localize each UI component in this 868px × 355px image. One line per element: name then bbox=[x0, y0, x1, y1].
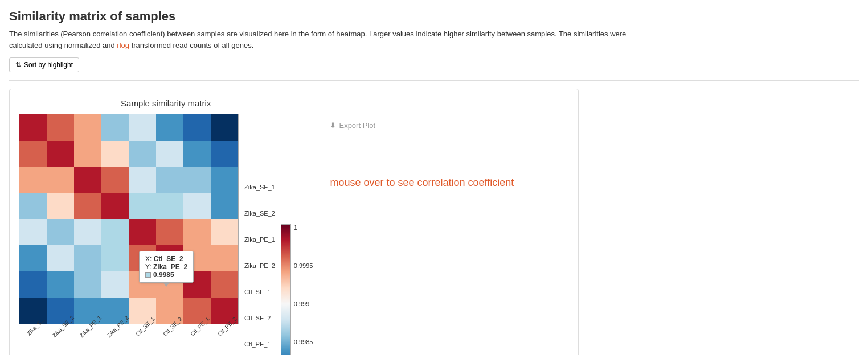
y-axis-label: Zika_SE_2 bbox=[244, 200, 275, 226]
legend-value: 0.9985 bbox=[294, 339, 313, 345]
heatmap-cell[interactable] bbox=[129, 114, 156, 141]
heatmap-cell[interactable] bbox=[47, 271, 74, 298]
heatmap-cell[interactable] bbox=[47, 219, 74, 245]
y-axis-label: Ctl_SE_2 bbox=[244, 305, 275, 331]
heatmap-cell[interactable] bbox=[211, 167, 238, 193]
sort-by-highlight-button[interactable]: ⇅ Sort by highlight bbox=[9, 57, 79, 72]
heatmap-cell[interactable] bbox=[19, 245, 47, 271]
heatmap-cell[interactable] bbox=[183, 167, 211, 193]
y-labels: Zika_SE_1Zika_SE_2Zika_PE_1Zika_PE_2Ctl_… bbox=[244, 174, 275, 355]
heatmap-cell[interactable] bbox=[19, 271, 47, 298]
legend-value: 0.999 bbox=[294, 300, 313, 307]
tooltip-y: Y: Zika_PE_2 bbox=[145, 263, 187, 271]
page-title: Similarity matrix of samples bbox=[9, 9, 859, 24]
heatmap-cell[interactable] bbox=[101, 245, 129, 271]
heatmap-area: Sample similarity matrix X: Ctl_SE_2 Y: … bbox=[19, 98, 313, 355]
tooltip-x: X: Ctl_SE_2 bbox=[145, 255, 187, 263]
heatmap-cell[interactable] bbox=[101, 167, 129, 193]
legend-value: 1 bbox=[294, 224, 313, 231]
heatmap-grid: X: Ctl_SE_2 Y: Zika_PE_2 0.9985 bbox=[19, 114, 239, 324]
heatmap-cell[interactable] bbox=[47, 114, 74, 141]
heatmap-cell[interactable] bbox=[183, 141, 211, 167]
heatmap-cell[interactable] bbox=[156, 193, 183, 219]
legend-value: 0.9995 bbox=[294, 262, 313, 269]
y-axis-label: Zika_PE_2 bbox=[244, 253, 275, 279]
y-axis-label: Zika_PE_1 bbox=[244, 226, 275, 253]
tooltip-x-value: Ctl_SE_2 bbox=[154, 255, 183, 263]
heatmap-cell[interactable] bbox=[183, 193, 211, 219]
tooltip-value: 0.9985 bbox=[145, 271, 187, 279]
tooltip-color-swatch bbox=[145, 272, 151, 278]
heatmap-cell[interactable] bbox=[156, 219, 183, 245]
heatmap-cell[interactable] bbox=[19, 141, 47, 167]
heatmap-cell[interactable] bbox=[211, 193, 238, 219]
rlog-link[interactable]: rlog bbox=[117, 41, 129, 49]
heatmap-cell[interactable] bbox=[47, 167, 74, 193]
heatmap-cell[interactable] bbox=[129, 193, 156, 219]
right-panel: ⬇ Export Plot mouse over to see correlat… bbox=[330, 98, 514, 191]
y-axis-label: Zika_SE_1 bbox=[244, 174, 275, 200]
heatmap-cell[interactable] bbox=[47, 193, 74, 219]
heatmap-cell[interactable] bbox=[74, 271, 101, 298]
heatmap-cell[interactable] bbox=[47, 245, 74, 271]
heatmap-cell[interactable] bbox=[211, 141, 238, 167]
heatmap-cell[interactable] bbox=[19, 114, 47, 141]
y-axis-label: Ctl_SE_1 bbox=[244, 279, 275, 305]
chart-title: Sample similarity matrix bbox=[121, 98, 211, 108]
heatmap-cell[interactable] bbox=[74, 219, 101, 245]
export-plot-button[interactable]: ⬇ Export Plot bbox=[330, 121, 375, 130]
heatmap-cell[interactable] bbox=[101, 114, 129, 141]
heatmap-cell[interactable] bbox=[101, 141, 129, 167]
heatmap-cell[interactable] bbox=[74, 245, 101, 271]
heatmap-cell[interactable] bbox=[183, 114, 211, 141]
tooltip-y-value: Zika_PE_2 bbox=[153, 263, 187, 271]
heatmap-cell[interactable] bbox=[19, 193, 47, 219]
sort-icon: ⇅ bbox=[15, 61, 21, 69]
heatmap-cell[interactable] bbox=[19, 167, 47, 193]
heatmap-cell[interactable] bbox=[129, 141, 156, 167]
legend-labels: 10.99950.9990.99850.998 bbox=[294, 224, 313, 355]
heatmap-cell[interactable] bbox=[211, 219, 238, 245]
heatmap-cell[interactable] bbox=[74, 141, 101, 167]
heatmap-cell[interactable] bbox=[211, 271, 238, 298]
tooltip-number: 0.9985 bbox=[153, 271, 174, 279]
legend-bar bbox=[281, 224, 291, 355]
heatmap-cell[interactable] bbox=[74, 167, 101, 193]
heatmap-cell[interactable] bbox=[101, 271, 129, 298]
export-icon: ⬇ bbox=[330, 121, 336, 130]
heatmap-cell[interactable] bbox=[101, 193, 129, 219]
heatmap-cell[interactable] bbox=[156, 167, 183, 193]
heatmap-cell[interactable] bbox=[47, 141, 74, 167]
heatmap-cell[interactable] bbox=[19, 219, 47, 245]
mouse-over-hint: mouse over to see correlation coefficien… bbox=[330, 175, 514, 191]
x-labels-row: Zika_S...Zika_SE_2Zika_PE_1Zika_PE_2Ctl_… bbox=[20, 324, 239, 353]
heatmap-cell[interactable] bbox=[129, 219, 156, 245]
heatmap-cell[interactable] bbox=[156, 141, 183, 167]
heatmap-cell[interactable] bbox=[211, 245, 238, 271]
heatmap-cell[interactable] bbox=[129, 167, 156, 193]
heatmap-cell[interactable] bbox=[211, 114, 238, 141]
description: The similarities (Pearson correlation co… bbox=[9, 28, 636, 51]
heatmap-cell[interactable] bbox=[74, 114, 101, 141]
tooltip: X: Ctl_SE_2 Y: Zika_PE_2 0.9985 bbox=[139, 251, 194, 283]
heatmap-cell[interactable] bbox=[183, 219, 211, 245]
divider bbox=[9, 80, 859, 81]
chart-container: Sample similarity matrix X: Ctl_SE_2 Y: … bbox=[9, 89, 579, 355]
heatmap-cell[interactable] bbox=[74, 193, 101, 219]
heatmap-wrapper: X: Ctl_SE_2 Y: Zika_PE_2 0.9985 Zika_S..… bbox=[19, 114, 313, 355]
legend-wrapper: 10.99950.9990.99850.998 bbox=[281, 224, 313, 355]
heatmap-cell[interactable] bbox=[156, 114, 183, 141]
heatmap-cell[interactable] bbox=[101, 219, 129, 245]
